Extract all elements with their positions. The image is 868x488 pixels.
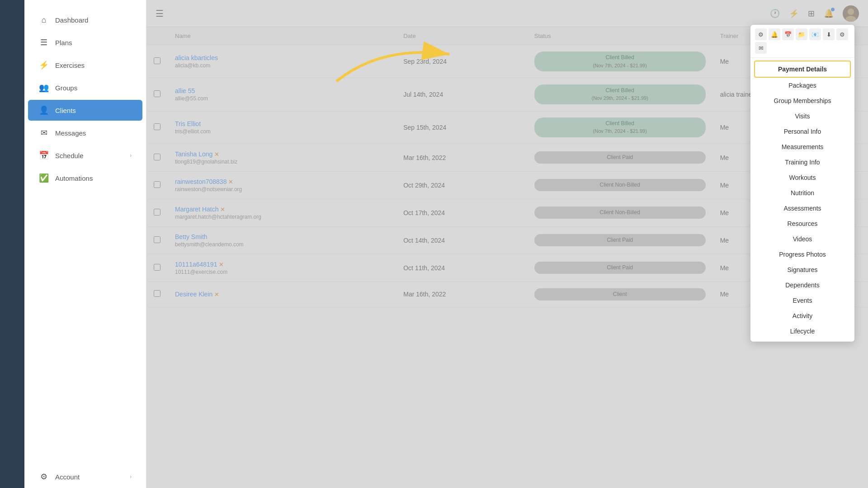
- status-badge: Client Non-Billed: [534, 206, 706, 219]
- client-name[interactable]: Margaret Hatch✕: [175, 206, 389, 213]
- menu-item-visits[interactable]: Visits: [750, 108, 854, 124]
- sidebar-item-label: Plans: [55, 39, 132, 47]
- row-date-cell: Jul 14th, 2024: [396, 78, 527, 111]
- client-date: Mar 16th, 2022: [403, 154, 446, 161]
- lightning-icon[interactable]: ⚡: [789, 9, 799, 19]
- row-name-cell: Margaret Hatch✕ margaret.hatch@hctahtera…: [168, 199, 396, 226]
- menu-item-progress-photos[interactable]: Progress Photos: [750, 247, 854, 262]
- client-email: rainweston@notsewniar.org: [175, 186, 389, 192]
- right-panel-menu: Payment Details Packages Group Membershi…: [750, 58, 854, 342]
- menu-item-packages[interactable]: Packages: [750, 78, 854, 93]
- right-panel-icons-row: ⚙ 🔔 📅 📁 📧 ⬇ ⚙ ✉: [750, 25, 854, 58]
- menu-item-signatures[interactable]: Signatures: [750, 262, 854, 277]
- chevron-right-icon: ›: [130, 474, 132, 480]
- client-name[interactable]: allie 55: [175, 87, 389, 94]
- row-checkbox-cell: [146, 45, 168, 78]
- row-checkbox[interactable]: [154, 154, 160, 160]
- menu-item-training-info[interactable]: Training Info: [750, 155, 854, 170]
- client-name[interactable]: alicia kbarticles: [175, 54, 389, 61]
- menu-item-personal-info[interactable]: Personal Info: [750, 124, 854, 139]
- menu-item-resources[interactable]: Resources: [750, 216, 854, 231]
- col-status: Status: [527, 27, 713, 45]
- folder-icon-btn[interactable]: 📁: [796, 28, 807, 40]
- trainer-name: Me: [720, 291, 729, 298]
- history-icon[interactable]: 🕐: [770, 9, 780, 19]
- settings-icon-btn[interactable]: ⚙: [755, 28, 767, 40]
- menu-item-workouts[interactable]: Workouts: [750, 170, 854, 185]
- sidebar-item-clients[interactable]: 👤 Clients: [28, 100, 142, 121]
- sidebar-strip: [0, 0, 24, 488]
- user-avatar[interactable]: [843, 5, 859, 22]
- client-name[interactable]: Desiree Klein✕: [175, 291, 389, 298]
- plans-icon: ☰: [39, 38, 49, 47]
- sidebar-item-schedule[interactable]: 📅 Schedule ›: [28, 145, 142, 166]
- row-date-cell: Oct 11th, 2024: [396, 254, 527, 282]
- row-status-cell: Client Paid: [527, 144, 713, 171]
- menu-item-activity[interactable]: Activity: [750, 308, 854, 324]
- calendar-icon-btn[interactable]: 📅: [782, 28, 794, 40]
- menu-item-dependents[interactable]: Dependents: [750, 277, 854, 293]
- row-checkbox[interactable]: [154, 57, 160, 64]
- menu-item-videos[interactable]: Videos: [750, 231, 854, 247]
- hamburger-menu[interactable]: ☰: [156, 8, 164, 19]
- sidebar-item-plans[interactable]: ☰ Plans: [28, 32, 142, 53]
- menu-item-group-memberships[interactable]: Group Memberships: [750, 93, 854, 108]
- grid-icon[interactable]: ⊞: [808, 9, 815, 19]
- row-checkbox[interactable]: [154, 290, 160, 297]
- row-checkbox-cell: [146, 226, 168, 254]
- row-checkbox[interactable]: [154, 209, 160, 216]
- status-badge: Client Paid: [534, 262, 706, 274]
- sidebar-item-messages[interactable]: ✉ Messages: [28, 122, 142, 143]
- row-checkbox-cell: [146, 171, 168, 199]
- sidebar-item-account[interactable]: ⚙ Account ›: [28, 466, 142, 487]
- trainer-name: Me: [720, 154, 729, 161]
- client-date: Oct 14th, 2024: [403, 237, 445, 244]
- status-badge: Client Billed (Nov 7th, 2024 - $21.99): [534, 52, 706, 71]
- sidebar-item-label: Schedule: [55, 152, 123, 160]
- sidebar-item-automations[interactable]: ✅ Automations: [28, 168, 142, 188]
- menu-item-lifecycle[interactable]: Lifecycle: [750, 324, 854, 339]
- row-checkbox[interactable]: [154, 123, 160, 130]
- col-checkbox: [146, 27, 168, 45]
- client-name[interactable]: Betty Smith: [175, 233, 389, 240]
- row-status-cell: Client Non-Billed: [527, 199, 713, 226]
- client-email: margaret.hatch@hctahteragram.org: [175, 214, 389, 220]
- trainer-name: Me: [720, 58, 729, 65]
- message-icon-btn[interactable]: ✉: [755, 42, 767, 54]
- row-date-cell: Mar 16th, 2022: [396, 282, 527, 307]
- trainer-name: Me: [720, 209, 729, 216]
- row-checkbox[interactable]: [154, 181, 160, 188]
- warning-icon: ✕: [214, 291, 219, 298]
- client-name[interactable]: rainweston708838✕: [175, 178, 389, 185]
- sidebar-item-exercises[interactable]: ⚡ Exercises: [28, 55, 142, 75]
- clients-icon: 👤: [39, 105, 49, 115]
- sidebar-item-dashboard[interactable]: ⌂ Dashboard: [28, 10, 142, 30]
- row-status-cell: Client Paid: [527, 226, 713, 254]
- notification-icon-btn[interactable]: 🔔: [769, 28, 780, 40]
- client-name[interactable]: 10111a648191✕: [175, 261, 389, 268]
- sidebar-item-groups[interactable]: 👥 Groups: [28, 77, 142, 98]
- config-icon-btn[interactable]: ⚙: [836, 28, 848, 40]
- menu-item-nutrition[interactable]: Nutrition: [750, 185, 854, 201]
- client-date: Mar 16th, 2022: [403, 291, 446, 298]
- status-badge: Client Paid: [534, 151, 706, 164]
- sidebar-item-label: Groups: [55, 84, 132, 92]
- client-name[interactable]: Tris Elliot: [175, 120, 389, 127]
- trainer-name: alicia trainer: [720, 91, 754, 98]
- schedule-icon: 📅: [39, 150, 49, 160]
- download-icon-btn[interactable]: ⬇: [823, 28, 835, 40]
- row-checkbox[interactable]: [154, 264, 160, 271]
- row-checkbox[interactable]: [154, 236, 160, 243]
- menu-item-events[interactable]: Events: [750, 293, 854, 308]
- menu-item-assessments[interactable]: Assessments: [750, 201, 854, 216]
- row-checkbox[interactable]: [154, 90, 160, 97]
- col-date: Date: [396, 27, 527, 45]
- sidebar-item-label: Exercises: [55, 61, 132, 69]
- email-icon-btn[interactable]: 📧: [809, 28, 821, 40]
- notification-icon[interactable]: 🔔: [824, 9, 834, 19]
- menu-item-measurements[interactable]: Measurements: [750, 139, 854, 155]
- sidebar-item-label: Messages: [55, 129, 132, 137]
- menu-item-payment-details[interactable]: Payment Details: [754, 61, 851, 78]
- client-name[interactable]: Tanisha Long✕: [175, 150, 389, 158]
- row-checkbox-cell: [146, 78, 168, 111]
